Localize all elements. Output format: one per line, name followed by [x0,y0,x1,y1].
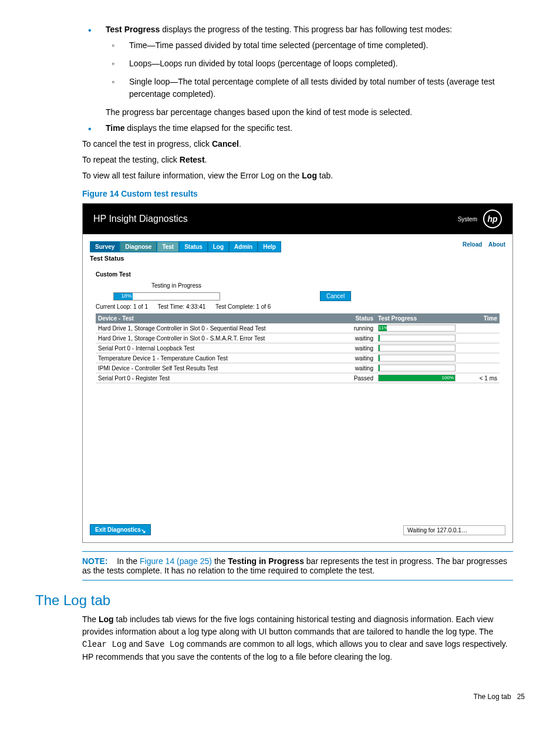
exit-diagnostics-button[interactable]: Exit Diagnostics [90,524,151,535]
para: To view all test failure information, vi… [82,170,513,182]
cell-status: running [330,323,376,333]
sub-item: Time—Time passed divided by total time s… [106,39,513,52]
top-links: Reload About [458,241,505,248]
th-progress: Test Progress [376,313,463,323]
cell-progress [376,343,463,353]
text: displays the progress of the testing. Th… [160,25,452,34]
cell-time [463,343,500,353]
row-progress-fill [379,365,380,371]
test-table: Device - Test Status Test Progress Time … [96,313,500,383]
th-status: Status [330,313,376,323]
cell-name: Hard Drive 1, Storage Controller in Slot… [96,323,330,333]
row-progress-bar [378,355,456,362]
progress-label: Testing in Progress [96,282,207,289]
th-time: Time [463,313,500,323]
table-row: IPMI Device - Controller Self Test Resul… [96,363,500,373]
about-link[interactable]: About [488,241,505,248]
hp-logo-icon: hp [483,210,502,228]
cell-status: Passed [330,373,376,383]
tab-admin[interactable]: Admin [229,241,258,252]
cell-progress [376,363,463,373]
cell-time [463,363,500,373]
sub-item: Single loop—The total percentage complet… [106,76,513,100]
figure-title: Figure 14 Custom test results [82,189,513,198]
cell-progress [376,353,463,363]
tab-test[interactable]: Test [157,241,179,252]
app-header: HP Insight Diagnostics System hp [83,204,512,234]
note-box: NOTE: In the Figure 14 (page 25) the Tes… [82,556,513,575]
row-progress-bar [378,364,456,372]
cell-time: < 1 ms [463,373,500,383]
cell-status: waiting [330,333,376,343]
tab-survey[interactable]: Survey [90,241,120,252]
bullet-item: Test Progress displays the progress of t… [82,23,513,119]
para: To repeat the testing, click Retest. [82,154,513,166]
table-row: Serial Port 0 - Register TestPassed100%<… [96,373,500,383]
table-row: Temperature Device 1 - Temperature Cauti… [96,353,500,363]
th-device: Device - Test [96,313,330,323]
cell-name: Hard Drive 1, Storage Controller in Slot… [96,333,330,343]
bullet-list: Test Progress displays the progress of t… [82,23,513,134]
tab-log[interactable]: Log [208,241,229,252]
log-para: The Log tab includes tab views for the f… [82,613,513,663]
cell-name: Serial Port 0 - Internal Loopback Test [96,343,330,353]
cancel-button[interactable]: Cancel [320,291,351,301]
term: Test Progress [106,25,160,34]
cell-name: Temperature Device 1 - Temperature Cauti… [96,353,330,363]
bullet-item: Time displays the time elapsed for the s… [82,122,513,134]
table-row: Hard Drive 1, Storage Controller in Slot… [96,333,500,343]
cell-time [463,323,500,333]
page-footer: The Log tab 25 [35,693,525,701]
table-row: Serial Port 0 - Internal Loopback Testwa… [96,343,500,353]
section-heading: The Log tab [35,592,513,609]
row-progress-fill: 11% [379,325,387,331]
cell-progress: 100% [376,373,463,383]
row-progress-fill [379,335,380,341]
status-bar: Waiting for 127.0.0.1… [403,525,505,535]
row-progress-bar [378,345,456,352]
figure-link[interactable]: Figure 14 (page 25) [140,556,212,566]
app-title: HP Insight Diagnostics [93,214,188,224]
after-text: The progress bar percentage changes base… [106,106,513,119]
row-progress-fill [379,355,380,361]
tab-status[interactable]: Status [179,241,208,252]
info-line: Current Loop: 1 of 1 Test Time: 4:33:41 … [96,303,500,310]
progress-fill: 18% [114,293,133,300]
tab-bar: Survey Diagnose Test Status Log Admin He… [90,241,281,252]
cell-progress: 11% [376,323,463,333]
note-label: NOTE: [82,556,108,566]
cell-time [463,353,500,363]
section-title: Custom Test [96,271,500,278]
text: displays the time elapsed for the specif… [124,123,292,133]
term: Time [106,123,124,133]
overall-progress-bar: 18% [113,292,220,301]
reload-link[interactable]: Reload [463,241,482,248]
row-progress-fill: 100% [379,375,455,381]
cell-status: waiting [330,363,376,373]
cell-status: waiting [330,353,376,363]
tab-help[interactable]: Help [258,241,281,252]
panel-head: Test Status [90,252,505,266]
row-progress-bar: 100% [378,374,456,382]
sub-item: Loops—Loops run divided by total loops (… [106,58,513,70]
row-progress-bar: 11% [378,325,456,332]
system-label: System [458,216,477,222]
row-progress-fill [379,345,380,351]
table-row: Hard Drive 1, Storage Controller in Slot… [96,323,500,333]
para: To cancel the test in progress, click Ca… [82,138,513,150]
insight-diagnostics-app: HP Insight Diagnostics System hp Survey … [82,203,513,543]
tab-diagnose[interactable]: Diagnose [120,241,157,252]
cell-status: waiting [330,343,376,353]
cell-name: Serial Port 0 - Register Test [96,373,330,383]
cell-name: IPMI Device - Controller Self Test Resul… [96,363,330,373]
sub-list: Time—Time passed divided by total time s… [106,39,513,100]
cell-time [463,333,500,343]
cell-progress [376,333,463,343]
row-progress-bar [378,335,456,342]
